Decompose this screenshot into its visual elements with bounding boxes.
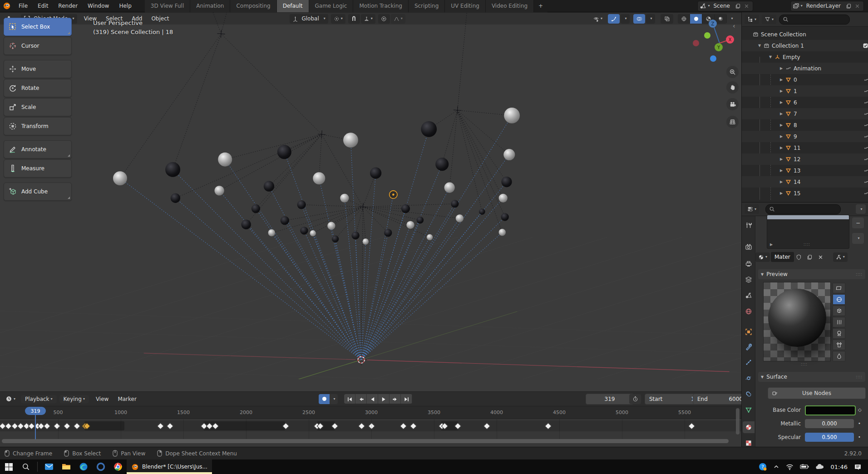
- sphere-object[interactable]: [451, 200, 459, 207]
- outliner-row-8[interactable]: ▶8: [742, 119, 868, 131]
- sphere-object[interactable]: [343, 133, 358, 148]
- keyframe-diamond[interactable]: [688, 423, 695, 430]
- pan-view-hand-button[interactable]: [726, 81, 739, 94]
- outliner-row-7[interactable]: ▶7: [742, 108, 868, 119]
- sphere-object[interactable]: [499, 194, 508, 202]
- workspace-tab-video-editing[interactable]: Video Editing: [486, 0, 534, 12]
- zoom-view-button[interactable]: [726, 66, 739, 78]
- timeline-editor-type[interactable]: ▾: [3, 394, 18, 404]
- remove-slot-button[interactable]: −: [852, 217, 864, 228]
- properties-tab-object[interactable]: [743, 326, 755, 338]
- sphere-object[interactable]: [363, 238, 369, 245]
- animation-icon[interactable]: [863, 77, 868, 83]
- expand-arrow-icon[interactable]: ▶: [779, 66, 784, 70]
- material-slot-list[interactable]: ▶ ::::: [767, 215, 849, 249]
- outliner-search-input[interactable]: [779, 15, 850, 25]
- sphere-object[interactable]: [218, 153, 232, 167]
- keyframe-diamond[interactable]: [167, 423, 174, 430]
- outliner-display-mode[interactable]: ▾: [745, 15, 759, 24]
- current-frame-line[interactable]: [35, 415, 36, 440]
- sphere-object[interactable]: [501, 177, 512, 187]
- tool-scale[interactable]: Scale: [4, 98, 72, 116]
- timeline-ruler[interactable]: 5001000150020002500300035004000450050005…: [0, 406, 741, 419]
- sphere-object[interactable]: [406, 221, 414, 229]
- outliner-row-0[interactable]: ▶0: [742, 74, 868, 85]
- sphere-object[interactable]: [268, 229, 275, 236]
- sphere-object[interactable]: [297, 200, 306, 209]
- frame-start-field[interactable]: Start1: [645, 394, 699, 405]
- workspace-tab-motion-tracking[interactable]: Motion Tracking: [353, 0, 408, 12]
- animation-icon[interactable]: [863, 111, 868, 117]
- tray-wifi-icon[interactable]: [786, 463, 794, 471]
- workspace-tab-3d-view-full[interactable]: 3D View Full: [145, 0, 191, 12]
- viewlayer-selector[interactable]: ▾ RenderLayer: [790, 1, 864, 11]
- animation-icon[interactable]: [863, 168, 868, 173]
- keyframe-diamond[interactable]: [157, 423, 164, 430]
- sphere-object[interactable]: [281, 216, 289, 225]
- keyframe-diamond[interactable]: [74, 423, 81, 430]
- jump-last-button[interactable]: [401, 394, 412, 404]
- slot-specials-dropdown[interactable]: ▾: [852, 233, 864, 244]
- animation-icon[interactable]: [863, 122, 868, 128]
- play-reverse-button[interactable]: [367, 394, 378, 404]
- empty-object[interactable]: [217, 30, 226, 38]
- animation-icon[interactable]: [863, 145, 868, 151]
- tray-battery-icon[interactable]: [800, 464, 809, 470]
- next-keyframe-button[interactable]: [390, 394, 401, 404]
- current-frame-field[interactable]: 319: [586, 394, 634, 405]
- tool-add-cube[interactable]: Add Cube: [4, 183, 72, 201]
- properties-tab-render[interactable]: [743, 241, 755, 253]
- outliner-row-15[interactable]: ▶15: [742, 188, 868, 199]
- animate-dot-indicator[interactable]: •: [858, 434, 861, 439]
- collapse-region-icon[interactable]: ‹: [733, 22, 735, 30]
- expand-arrow-icon[interactable]: ▶: [779, 112, 784, 116]
- camera-view-button[interactable]: [726, 98, 739, 110]
- properties-options-dropdown[interactable]: ▾: [856, 204, 866, 214]
- sphere-object[interactable]: [214, 186, 224, 195]
- keyframe-diamond[interactable]: [545, 423, 552, 430]
- taskbar-app-explorer[interactable]: [58, 459, 75, 474]
- properties-tab-physics[interactable]: [743, 372, 755, 384]
- animation-icon[interactable]: [863, 190, 868, 196]
- current-frame-badge[interactable]: 319: [25, 407, 46, 415]
- taskbar-active-app[interactable]: Blender* [C:\Users\Jus...: [127, 459, 212, 474]
- tool-move[interactable]: Move: [4, 60, 72, 78]
- animation-icon[interactable]: [863, 179, 868, 185]
- outliner-filter[interactable]: ▾: [762, 15, 776, 24]
- properties-tab-modifier[interactable]: [743, 341, 755, 353]
- workspace-tab-uv-editing[interactable]: UV Editing: [445, 0, 486, 12]
- copy-scene-icon[interactable]: [734, 3, 742, 9]
- expand-arrow-icon[interactable]: ▶: [779, 123, 784, 127]
- properties-tab-tool[interactable]: [743, 219, 755, 231]
- sphere-object[interactable]: [503, 149, 515, 160]
- workspace-tab-scripting[interactable]: Scripting: [409, 0, 445, 12]
- sphere-object[interactable]: [313, 172, 325, 184]
- expand-arrow-icon[interactable]: ▶: [779, 191, 784, 195]
- sphere-object[interactable]: [384, 229, 392, 237]
- start-button[interactable]: [0, 459, 17, 474]
- channel-expand-icon[interactable]: ›: [2, 422, 3, 426]
- taskbar-app-chrome[interactable]: [109, 459, 127, 474]
- taskbar-app-mail[interactable]: [40, 459, 58, 474]
- sphere-object[interactable]: [300, 227, 308, 234]
- add-workspace-tab[interactable]: +: [534, 0, 547, 12]
- expand-arrow-icon[interactable]: ▶: [779, 100, 784, 104]
- tray-onedrive-icon[interactable]: [815, 464, 824, 470]
- copy-viewlayer-icon[interactable]: [844, 3, 853, 9]
- outliner-row-9[interactable]: ▶9: [742, 131, 868, 142]
- tray-help-icon[interactable]: ?: [759, 463, 767, 471]
- gizmo-x-neg[interactable]: [693, 40, 699, 46]
- animation-icon[interactable]: [863, 99, 868, 105]
- tool-measure[interactable]: Measure: [4, 159, 72, 178]
- surface-panel-header[interactable]: ▼Surface ::::: [758, 372, 865, 382]
- workspace-tab-game-logic[interactable]: Game Logic: [309, 0, 354, 12]
- expand-arrow-icon[interactable]: ▶: [779, 146, 784, 150]
- preview-shape-sphere[interactable]: [833, 294, 845, 305]
- sphere-object[interactable]: [277, 145, 291, 159]
- play-button[interactable]: [378, 394, 390, 404]
- auto-keyframe-dropdown[interactable]: ▾: [330, 394, 338, 404]
- sphere-object[interactable]: [479, 209, 485, 215]
- properties-display-selector[interactable]: ▾: [745, 204, 759, 214]
- field-metallic[interactable]: 0.000: [805, 419, 854, 428]
- preview-shape-stand[interactable]: [833, 328, 845, 339]
